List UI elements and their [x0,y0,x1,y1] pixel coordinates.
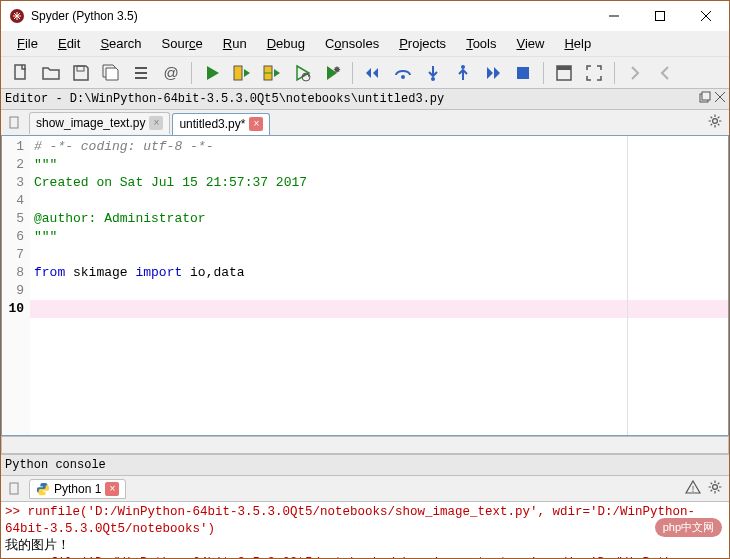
svg-point-9 [431,77,435,81]
console-tab-list-button[interactable] [5,479,25,499]
titlebar: Spyder (Python 3.5) [1,1,729,31]
svg-rect-2 [15,65,25,79]
warning-icon[interactable]: ! [685,479,701,498]
nav-forward-button[interactable] [621,59,649,87]
file-tab-label: untitled3.py* [179,117,245,131]
run-cell-advance-button[interactable] [258,59,286,87]
debug-step-into-button[interactable] [419,59,447,87]
svg-text:!: ! [692,484,695,494]
tab-close-icon[interactable]: × [149,116,163,130]
gear-icon[interactable] [707,479,723,498]
file-tab-show-image-text[interactable]: show_image_text.py × [29,112,170,134]
menu-source[interactable]: Source [154,34,211,53]
list-button[interactable] [127,59,155,87]
close-button[interactable] [683,1,729,31]
window-controls [591,1,729,31]
console-controls: ! [685,479,723,498]
debug-continue-button[interactable] [479,59,507,87]
console-tab-python1[interactable]: Python 1 × [29,479,126,499]
toolbar-separator [352,62,353,84]
menu-search[interactable]: Search [92,34,149,53]
console-tab-label: Python 1 [54,482,101,496]
editor-tabs: show_image_text.py × untitled3.py* × [1,110,729,136]
tab-close-icon[interactable]: × [105,482,119,496]
svg-point-17 [713,119,718,124]
debug-step-out-button[interactable] [449,59,477,87]
run-cell-button[interactable] [228,59,256,87]
editor-path-bar: Editor - D:\WinPython-64bit-3.5.3.0Qt5\n… [1,88,729,110]
editor-ruler [627,136,628,435]
svg-rect-16 [10,117,18,128]
svg-point-10 [461,65,465,69]
editor-path-controls [699,91,725,107]
fullscreen-button[interactable] [580,59,608,87]
editor-horizontal-scrollbar[interactable] [1,436,729,454]
menu-debug[interactable]: Debug [259,34,313,53]
run-selection-button[interactable] [288,59,316,87]
new-file-button[interactable] [7,59,35,87]
svg-point-8 [401,75,405,79]
save-all-button[interactable] [97,59,125,87]
debug-stop-button[interactable] [509,59,537,87]
svg-rect-13 [557,66,571,70]
svg-rect-11 [517,67,529,79]
svg-rect-1 [656,12,665,21]
editor-path-text: Editor - D:\WinPython-64bit-3.5.3.0Qt5\n… [5,92,444,106]
menu-help[interactable]: Help [556,34,599,53]
menu-consoles[interactable]: Consoles [317,34,387,53]
spyder-icon [9,8,25,24]
svg-point-20 [713,485,718,490]
menu-tools[interactable]: Tools [458,34,504,53]
svg-text:@: @ [163,64,178,81]
menu-run[interactable]: Run [215,34,255,53]
file-tab-untitled3[interactable]: untitled3.py* × [172,113,270,135]
console-title: Python console [1,454,729,476]
svg-rect-5 [234,66,242,80]
toolbar: @ [1,56,729,88]
watermark: php中文网 [655,518,722,537]
at-button[interactable]: @ [157,59,185,87]
maximize-button[interactable] [637,1,683,31]
pane-undock-icon[interactable] [699,91,711,107]
menubar: File Edit Search Source Run Debug Consol… [1,31,729,56]
run-button[interactable] [198,59,226,87]
save-button[interactable] [67,59,95,87]
minimize-button[interactable] [591,1,637,31]
toolbar-separator [614,62,615,84]
menu-projects[interactable]: Projects [391,34,454,53]
file-tab-label: show_image_text.py [36,116,145,130]
code-editor[interactable]: 12345678910 # -*- coding: utf-8 -*-"""Cr… [1,136,729,436]
toolbar-separator [191,62,192,84]
menu-file[interactable]: File [9,34,46,53]
maximize-pane-button[interactable] [550,59,578,87]
tab-list-button[interactable] [5,113,25,133]
open-file-button[interactable] [37,59,65,87]
gutter: 12345678910 [2,136,30,435]
code-body[interactable]: # -*- coding: utf-8 -*-"""Created on Sat… [30,136,728,435]
console-title-text: Python console [5,458,106,472]
title-left: Spyder (Python 3.5) [1,8,138,24]
menu-view[interactable]: View [508,34,552,53]
debug-step-button[interactable] [359,59,387,87]
python-icon [36,482,50,496]
run-config-button[interactable] [318,59,346,87]
pane-close-icon[interactable] [715,92,725,106]
window-title: Spyder (Python 3.5) [31,9,138,23]
console-tabs: Python 1 × ! [1,476,729,502]
console-output[interactable]: >> runfile('D:/WinPython-64bit-3.5.3.0Qt… [1,502,729,559]
nav-back-button[interactable] [651,59,679,87]
toolbar-separator [543,62,544,84]
editor-options-button[interactable] [707,113,723,132]
svg-rect-15 [702,92,710,100]
menu-edit[interactable]: Edit [50,34,88,53]
debug-step-over-button[interactable] [389,59,417,87]
tab-close-icon[interactable]: × [249,117,263,131]
svg-rect-18 [10,483,18,494]
